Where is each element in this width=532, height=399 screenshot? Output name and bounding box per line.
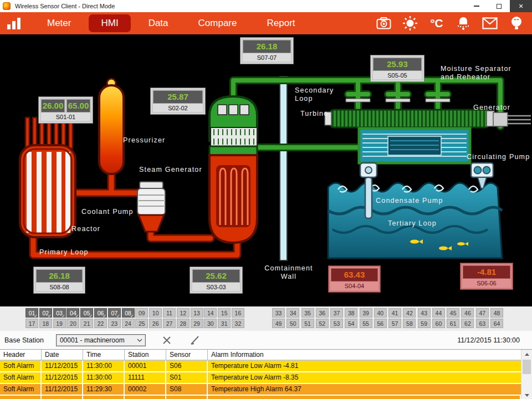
channel-cell-38[interactable]: 38 xyxy=(345,308,357,318)
channel-cell-50[interactable]: 50 xyxy=(287,319,299,328)
column-header-station[interactable]: Station xyxy=(125,350,166,360)
channel-cell-02[interactable]: 02 xyxy=(39,308,52,318)
table-row-partial[interactable] xyxy=(0,396,532,399)
channel-cell-14[interactable]: 14 xyxy=(204,308,217,318)
channel-cell-19[interactable]: 19 xyxy=(53,319,66,328)
channel-cell-39[interactable]: 39 xyxy=(360,308,372,318)
channel-cell-23[interactable]: 23 xyxy=(108,319,121,328)
camera-icon[interactable] xyxy=(376,16,391,31)
channel-cell-20[interactable]: 20 xyxy=(66,319,79,328)
channel-cell-32[interactable]: 32 xyxy=(232,319,244,328)
channel-cell-17[interactable]: 17 xyxy=(25,319,38,328)
channel-cell-07[interactable]: 07 xyxy=(108,308,121,318)
tab-meter[interactable]: Meter xyxy=(35,14,83,32)
column-header-alarm-information[interactable]: Alarm Information xyxy=(208,350,521,360)
channel-cell-61[interactable]: 61 xyxy=(447,319,459,328)
channel-cell-15[interactable]: 15 xyxy=(218,308,231,318)
sensor-box-S01-01[interactable]: 26.0065.00S01-01 xyxy=(39,97,93,123)
channel-cell-22[interactable]: 22 xyxy=(94,319,107,328)
channel-cell-40[interactable]: 40 xyxy=(374,308,387,318)
channel-cell-53[interactable]: 53 xyxy=(330,319,343,328)
channel-cell-51[interactable]: 51 xyxy=(301,319,314,328)
channel-cell-41[interactable]: 41 xyxy=(388,308,401,318)
clear-button[interactable] xyxy=(160,334,173,347)
channel-cell-58[interactable]: 58 xyxy=(403,319,416,328)
brightness-icon[interactable] xyxy=(402,16,418,31)
channel-cell-27[interactable]: 27 xyxy=(163,319,176,328)
channel-cell-33[interactable]: 33 xyxy=(272,308,285,318)
tab-data[interactable]: Data xyxy=(136,14,181,32)
column-header-time[interactable]: Time xyxy=(83,350,125,360)
channel-cell-29[interactable]: 29 xyxy=(191,319,203,328)
channel-cell-26[interactable]: 26 xyxy=(149,319,162,328)
channel-cell-45[interactable]: 45 xyxy=(447,308,459,318)
edit-button[interactable] xyxy=(188,334,201,347)
tab-report[interactable]: Report xyxy=(254,14,307,32)
channel-cell-12[interactable]: 12 xyxy=(177,308,190,318)
channel-cell-08[interactable]: 08 xyxy=(122,308,135,318)
channel-cell-35[interactable]: 35 xyxy=(301,308,314,318)
channel-cell-30[interactable]: 30 xyxy=(204,319,217,328)
channel-cell-05[interactable]: 05 xyxy=(80,308,93,318)
channel-cell-55[interactable]: 55 xyxy=(360,319,372,328)
alarm-row[interactable]: Soft Alarm11/12/201511:30:0000001S06Temp… xyxy=(0,361,532,371)
channel-cell-37[interactable]: 37 xyxy=(330,308,343,318)
channel-cell-04[interactable]: 04 xyxy=(66,308,79,318)
channel-cell-52[interactable]: 52 xyxy=(316,319,329,328)
alarm-row[interactable]: Soft Alarm11/12/201511:29:3000002S08Temp… xyxy=(0,384,532,395)
channel-cell-54[interactable]: 54 xyxy=(345,319,357,328)
celsius-icon[interactable]: °C xyxy=(429,16,444,31)
sensor-box-S05-05[interactable]: 25.93S05-05 xyxy=(371,55,424,81)
minimize-button[interactable] xyxy=(466,0,488,12)
scroll-down-arrow-icon[interactable] xyxy=(521,391,532,399)
mail-icon[interactable] xyxy=(482,16,498,31)
channel-cell-34[interactable]: 34 xyxy=(287,308,299,318)
channel-cell-48[interactable]: 48 xyxy=(490,308,503,318)
sensor-box-S04-04[interactable]: 63.43S04-04 xyxy=(329,266,380,292)
column-header-sensor[interactable]: Sensor xyxy=(166,350,208,360)
column-header-date[interactable]: Date xyxy=(42,350,83,360)
table-scrollbar[interactable] xyxy=(521,350,532,399)
channel-cell-09[interactable]: 09 xyxy=(135,308,148,318)
channel-cell-18[interactable]: 18 xyxy=(39,319,52,328)
channel-cell-56[interactable]: 56 xyxy=(374,319,387,328)
channel-cell-06[interactable]: 06 xyxy=(94,308,107,318)
alarm-bell-icon[interactable] xyxy=(456,16,471,31)
channel-cell-11[interactable]: 11 xyxy=(163,308,176,318)
channel-cell-01[interactable]: 01 xyxy=(25,308,38,318)
column-header-header[interactable]: Header xyxy=(0,350,42,360)
maximize-button[interactable] xyxy=(488,0,510,12)
channel-cell-16[interactable]: 16 xyxy=(232,308,244,318)
channel-cell-24[interactable]: 24 xyxy=(122,319,135,328)
channel-cell-42[interactable]: 42 xyxy=(403,308,416,318)
channel-cell-25[interactable]: 25 xyxy=(135,319,148,328)
channel-cell-31[interactable]: 31 xyxy=(218,319,231,328)
channel-cell-03[interactable]: 03 xyxy=(53,308,66,318)
channel-cell-43[interactable]: 43 xyxy=(418,308,431,318)
sensor-box-S08-08[interactable]: 26.18S08-08 xyxy=(34,267,85,293)
channel-cell-63[interactable]: 63 xyxy=(476,319,489,328)
sensor-box-S02-02[interactable]: 25.87S02-02 xyxy=(151,88,205,114)
channel-cell-59[interactable]: 59 xyxy=(418,319,431,328)
channel-cell-46[interactable]: 46 xyxy=(461,308,474,318)
channel-cell-36[interactable]: 36 xyxy=(316,308,329,318)
bulb-icon[interactable] xyxy=(509,16,524,31)
bar-chart-icon[interactable] xyxy=(7,17,21,29)
close-button[interactable]: × xyxy=(510,0,532,12)
tab-compare[interactable]: Compare xyxy=(186,14,249,32)
channel-cell-13[interactable]: 13 xyxy=(191,308,203,318)
channel-cell-21[interactable]: 21 xyxy=(80,319,93,328)
channel-cell-47[interactable]: 47 xyxy=(476,308,489,318)
sensor-box-S03-03[interactable]: 25.62S03-03 xyxy=(190,267,242,293)
channel-cell-62[interactable]: 62 xyxy=(461,319,474,328)
channel-cell-10[interactable]: 10 xyxy=(149,308,162,318)
channel-cell-49[interactable]: 49 xyxy=(272,319,285,328)
scrollbar-thumb[interactable] xyxy=(523,360,531,374)
tab-hmi[interactable]: HMI xyxy=(89,14,130,32)
channel-cell-60[interactable]: 60 xyxy=(432,319,445,328)
sensor-box-S06-06[interactable]: -4.81S06-06 xyxy=(461,263,513,289)
sensor-box-S07-07[interactable]: 26.18S07-07 xyxy=(241,38,293,64)
channel-cell-57[interactable]: 57 xyxy=(388,319,401,328)
alarm-row[interactable]: Soft Alarm11/12/201511:30:0011111S01Temp… xyxy=(0,372,532,383)
channel-cell-64[interactable]: 64 xyxy=(490,319,503,328)
